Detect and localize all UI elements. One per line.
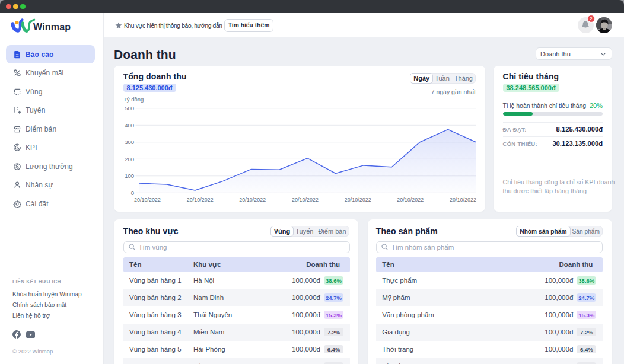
svg-text:200: 200 [125, 156, 134, 162]
svg-text:20/10/2022: 20/10/2022 [239, 197, 266, 203]
svg-text:20/10/2022: 20/10/2022 [291, 197, 318, 203]
svg-text:Tỷ đồng: Tỷ đồng [123, 96, 144, 103]
svg-text:20/10/2022: 20/10/2022 [344, 197, 371, 203]
svg-text:0: 0 [130, 190, 133, 196]
svg-text:100: 100 [125, 173, 134, 179]
svg-text:20/10/2022: 20/10/2022 [397, 197, 424, 203]
svg-text:20/10/2022: 20/10/2022 [133, 197, 160, 203]
svg-text:500: 500 [125, 105, 134, 111]
svg-text:20/10/2022: 20/10/2022 [186, 197, 213, 203]
svg-text:400: 400 [125, 122, 134, 129]
svg-text:20/10/2022: 20/10/2022 [449, 197, 476, 203]
svg-text:300: 300 [125, 139, 134, 145]
